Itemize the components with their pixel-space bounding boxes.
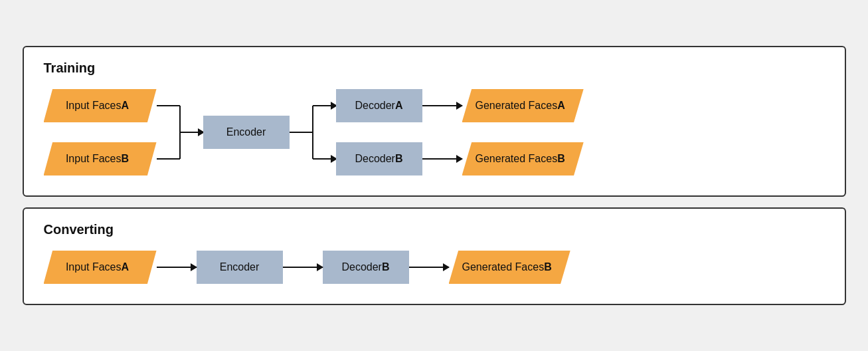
arrow-decoder-b-to-output-b (422, 158, 462, 160)
arrow-input-to-encoder (157, 267, 197, 268)
training-box: Training Input Faces A Input Faces B (23, 46, 846, 197)
training-output-b: Generated Faces B (462, 142, 584, 176)
converting-decoder-b: Decoder B (323, 251, 409, 284)
arrow-encoder-to-decoder (283, 267, 323, 268)
arrow-decoder-to-output (409, 267, 449, 268)
arrow-decoder-a-to-output-a (422, 105, 462, 106)
converting-flow: Input Faces A Encoder Decoder B Generate… (44, 251, 825, 284)
training-decoders: Decoder A Generated Faces A Decoder B (336, 89, 584, 176)
training-input-b: Input Faces B (44, 142, 157, 176)
training-output-a: Generated Faces A (462, 89, 584, 122)
training-encoder: Encoder (203, 116, 290, 149)
converting-output-b: Generated Faces B (449, 251, 570, 284)
converting-encoder: Encoder (197, 251, 283, 284)
converting-title: Converting (44, 222, 825, 237)
training-title: Training (44, 60, 825, 76)
training-flow: Input Faces A Input Faces B Encoder (44, 89, 825, 176)
split-svg (290, 89, 336, 176)
converting-box: Converting Input Faces A Encoder Decoder… (23, 207, 846, 305)
training-inputs: Input Faces A Input Faces B (44, 89, 157, 176)
training-decoder-a-row: Decoder A Generated Faces A (336, 89, 584, 122)
merge-svg (157, 89, 203, 176)
training-decoder-b: Decoder B (336, 142, 422, 176)
training-input-a: Input Faces A (44, 89, 157, 122)
training-decoder-b-row: Decoder B Generated Faces B (336, 142, 584, 176)
converting-input-a: Input Faces A (44, 251, 157, 284)
training-decoder-a: Decoder A (336, 89, 422, 122)
